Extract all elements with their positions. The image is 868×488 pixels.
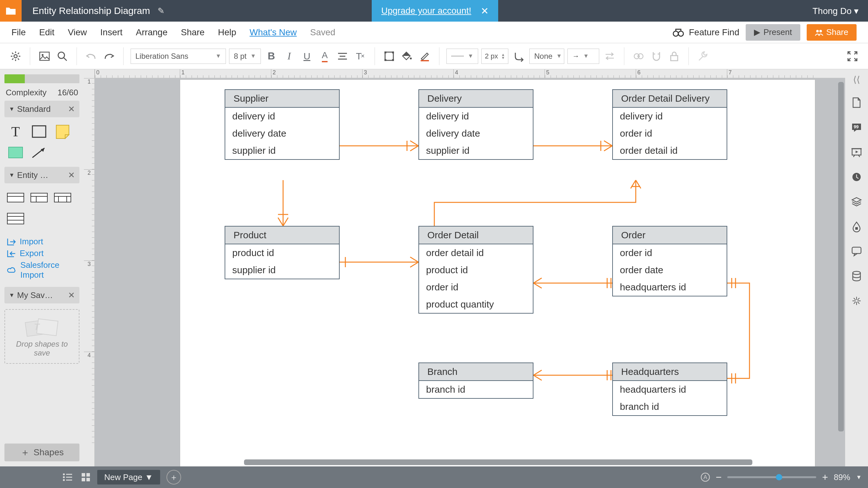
entity-title[interactable]: Headquarters <box>613 363 726 381</box>
lock-icon[interactable] <box>667 49 682 64</box>
entity-attribute[interactable]: branch id <box>419 381 533 398</box>
document-title[interactable]: Entity Relationship Diagram <box>32 5 150 16</box>
menu-insert[interactable]: Insert <box>100 27 123 37</box>
export-link[interactable]: Export <box>7 248 77 258</box>
present-button[interactable]: ▶ Present <box>746 24 800 41</box>
entity-attribute[interactable]: delivery id <box>613 108 726 125</box>
close-icon[interactable]: ✕ <box>68 104 75 114</box>
auto-zoom-icon[interactable]: A <box>701 472 710 482</box>
fullscreen-icon[interactable] <box>845 49 860 64</box>
entity-attribute[interactable]: headquarters id <box>613 381 726 398</box>
clear-format-icon[interactable]: T✕ <box>353 49 368 64</box>
link-icon[interactable] <box>631 49 646 64</box>
import-link[interactable]: Import <box>7 237 77 247</box>
underline-icon[interactable]: U <box>300 49 314 64</box>
entity-supplier[interactable]: Supplierdelivery iddelivery datesupplier… <box>225 89 340 160</box>
entity-title[interactable]: Order Detail <box>419 226 533 244</box>
entity-attribute[interactable]: supplier id <box>225 262 339 279</box>
fill-color-icon[interactable] <box>400 49 414 64</box>
entity-title[interactable]: Branch <box>419 363 533 381</box>
entity-attribute[interactable]: supplier id <box>419 142 533 159</box>
history-icon[interactable] <box>849 170 864 184</box>
entity-attribute[interactable]: supplier id <box>225 142 339 159</box>
entity-odd[interactable]: Order Detail Deliverydelivery idorder id… <box>612 89 727 160</box>
vertical-scrollbar[interactable] <box>838 82 844 431</box>
outline-view-icon[interactable] <box>60 470 74 484</box>
edit-title-icon[interactable]: ✎ <box>158 6 164 16</box>
note-shape[interactable] <box>53 124 72 140</box>
text-color-icon[interactable]: A <box>317 49 332 64</box>
entity-attribute[interactable]: delivery date <box>225 125 339 142</box>
line-end-select[interactable]: None▼ <box>529 49 564 64</box>
block-shape[interactable] <box>6 145 25 160</box>
entity-attribute[interactable]: order date <box>613 262 726 279</box>
menu-whats-new[interactable]: What's New <box>250 27 297 37</box>
shape-border-icon[interactable] <box>382 49 397 64</box>
zoom-value[interactable]: 89% <box>834 472 850 482</box>
sparkle-icon[interactable] <box>849 294 864 308</box>
zoom-in-button[interactable]: + <box>822 471 828 483</box>
close-icon[interactable]: ✕ <box>68 291 75 300</box>
chat-icon[interactable] <box>849 244 864 258</box>
zoom-out-button[interactable]: − <box>716 471 722 483</box>
menu-file[interactable]: File <box>11 27 26 37</box>
align-icon[interactable] <box>335 49 350 64</box>
entity-attribute[interactable]: order id <box>613 244 726 262</box>
entity-attribute[interactable]: delivery id <box>225 108 339 125</box>
arrow-end-select[interactable]: →▼ <box>567 49 599 64</box>
grid-view-icon[interactable] <box>79 470 93 484</box>
menu-help[interactable]: Help <box>218 27 237 37</box>
page-icon[interactable] <box>849 96 864 110</box>
undo-icon[interactable] <box>84 49 98 64</box>
bold-icon[interactable]: B <box>264 49 279 64</box>
redo-icon[interactable] <box>102 49 116 64</box>
line-width-spinner[interactable]: 2 px▲▼ <box>481 49 508 64</box>
entity-attribute[interactable]: order detail id <box>613 142 726 159</box>
swap-ends-icon[interactable] <box>602 49 617 64</box>
arrow-shape[interactable] <box>30 145 48 160</box>
entity-attribute[interactable]: order detail id <box>419 244 533 262</box>
menu-view[interactable]: View <box>68 27 87 37</box>
app-logo[interactable] <box>0 0 22 22</box>
line-shape-icon[interactable] <box>512 49 526 64</box>
entity-title[interactable]: Order Detail Delivery <box>613 90 726 108</box>
menu-edit[interactable]: Edit <box>39 27 54 37</box>
presentation-icon[interactable] <box>849 145 864 159</box>
erd-shape-2[interactable] <box>30 190 48 206</box>
erd-shape-4[interactable] <box>6 211 25 226</box>
entity-product[interactable]: Productproduct idsupplier id <box>225 226 340 279</box>
share-button[interactable]: Share <box>807 24 857 41</box>
entity-attribute[interactable]: order id <box>613 125 726 142</box>
section-standard-header[interactable]: ▼Standard✕ <box>4 101 80 117</box>
magnet-icon[interactable] <box>649 49 664 64</box>
saved-dropzone[interactable]: T Drop shapes to save <box>4 309 80 364</box>
entity-title[interactable]: Order <box>613 226 726 244</box>
entity-attribute[interactable]: order id <box>419 279 533 296</box>
entity-attribute[interactable]: product id <box>225 244 339 262</box>
horizontal-scrollbar[interactable] <box>244 459 752 465</box>
zoom-slider[interactable] <box>727 476 816 478</box>
close-icon[interactable]: ✕ <box>68 170 75 180</box>
entity-title[interactable]: Delivery <box>419 90 533 108</box>
entity-title[interactable]: Supplier <box>225 90 339 108</box>
database-icon[interactable] <box>849 269 864 283</box>
feature-find[interactable]: Feature Find <box>673 27 739 37</box>
upgrade-link[interactable]: Upgrade your account! <box>381 6 471 16</box>
line-pattern-select[interactable]: ▼ <box>446 49 478 64</box>
text-shape[interactable]: T <box>6 124 25 140</box>
section-saved-header[interactable]: ▼My Sav…✕ <box>4 287 80 303</box>
canvas[interactable]: Supplierdelivery iddelivery datesupplier… <box>180 80 815 466</box>
entity-attribute[interactable]: delivery date <box>419 125 533 142</box>
wrench-icon[interactable] <box>696 49 710 64</box>
menu-share[interactable]: Share <box>181 27 205 37</box>
collapse-rail-icon[interactable]: ⟨⟨ <box>853 74 860 85</box>
section-entity-header[interactable]: ▼Entity …✕ <box>4 167 80 183</box>
insert-image-icon[interactable] <box>37 49 52 64</box>
user-menu[interactable]: Thong Do ▾ <box>812 6 859 16</box>
entity-hq[interactable]: Headquartersheadquarters idbranch id <box>612 363 727 416</box>
shapes-button[interactable]: ＋Shapes <box>4 444 80 461</box>
comment-icon[interactable]: 99 <box>849 120 864 134</box>
layers-icon[interactable] <box>849 195 864 209</box>
search-icon[interactable] <box>55 49 69 64</box>
settings-gear-icon[interactable] <box>8 49 23 64</box>
